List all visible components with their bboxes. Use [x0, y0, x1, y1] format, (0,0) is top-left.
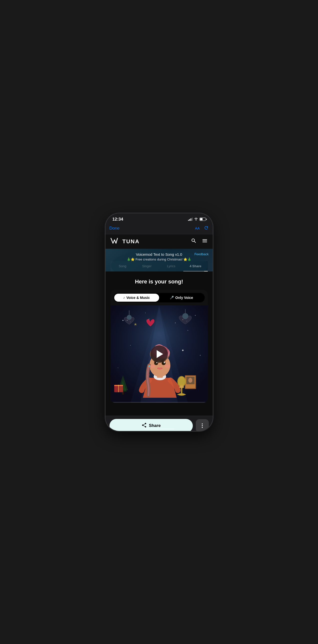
svg-point-16	[127, 315, 132, 320]
svg-point-19	[186, 321, 187, 322]
banner-title: Voicemod Text to Song v1.0	[110, 252, 208, 256]
more-dots-icon	[202, 424, 203, 428]
nav-icons	[191, 238, 208, 245]
svg-point-45	[155, 364, 155, 364]
status-icons	[188, 217, 206, 221]
music-note-icon: ♪	[123, 296, 125, 300]
share-arrow-icon	[141, 422, 147, 429]
svg-point-64	[177, 394, 186, 395]
svg-point-11	[175, 322, 176, 323]
done-button[interactable]: Done	[109, 226, 120, 231]
svg-point-4	[122, 320, 123, 321]
status-time: 12:34	[112, 217, 123, 222]
refresh-button[interactable]	[204, 225, 209, 232]
share-label: Share	[149, 423, 161, 428]
app-nav: TUNA	[105, 234, 213, 249]
svg-point-62	[179, 386, 184, 388]
svg-point-7	[187, 330, 188, 330]
player-card: ♪ Voice & Music 🎤 Only Voice	[110, 290, 208, 403]
section-title: Here is your song!	[110, 278, 208, 285]
logo: TUNA	[110, 237, 140, 246]
play-button[interactable]	[150, 345, 168, 363]
svg-point-10	[145, 313, 146, 313]
only-voice-label: Only Voice	[175, 296, 193, 300]
phone-frame: 12:34 Done AA	[105, 213, 213, 431]
only-voice-toggle[interactable]: 🎤 Only Voice	[159, 294, 204, 302]
home-indicator	[144, 428, 174, 430]
logo-icon	[110, 237, 121, 246]
svg-point-8	[118, 368, 118, 368]
more-options-button[interactable]	[196, 419, 209, 431]
menu-icon[interactable]	[202, 238, 208, 245]
signal-bars-icon	[188, 218, 193, 221]
svg-point-18	[182, 319, 183, 320]
svg-point-49	[149, 366, 150, 367]
svg-point-21	[182, 313, 188, 319]
svg-point-44	[164, 362, 165, 363]
svg-point-15	[130, 322, 131, 322]
banner-subtitle: 🎄⭐ Free creations during Christmas! ⭐🎄	[110, 258, 208, 261]
main-section: Here is your song! ♪ Voice & Music 🎤 Onl…	[105, 272, 213, 408]
song-artwork	[110, 306, 208, 403]
browser-controls: AA	[195, 225, 209, 232]
svg-point-47	[164, 364, 170, 368]
svg-point-5	[195, 315, 196, 316]
microphone-icon: 🎤	[170, 296, 174, 300]
battery-fill	[200, 218, 203, 220]
audio-toggle: ♪ Voice & Music 🎤 Only Voice	[113, 293, 205, 302]
svg-point-14	[127, 320, 128, 321]
svg-point-53	[188, 378, 192, 383]
status-bar: 12:34	[105, 213, 213, 224]
wifi-icon	[194, 217, 198, 221]
banner-title-version: v1.0	[175, 252, 182, 256]
feedback-button[interactable]: Feedback	[194, 252, 209, 256]
voice-music-label: Voice & Music	[126, 296, 150, 300]
logo-text: TUNA	[122, 238, 140, 245]
browser-chrome: Done AA	[105, 224, 213, 234]
battery-icon	[200, 218, 206, 221]
svg-point-6	[130, 345, 131, 346]
play-triangle-icon	[157, 350, 163, 358]
banner: Voicemod Text to Song v1.0 Feedback 🎄⭐ F…	[105, 249, 213, 272]
reader-aa-button[interactable]: AA	[195, 226, 200, 230]
svg-point-9	[200, 355, 201, 356]
voice-music-toggle[interactable]: ♪ Voice & Music	[114, 294, 159, 302]
progress-bar	[110, 402, 208, 403]
app-content: TUNA Voicemod Text to Song	[105, 234, 213, 416]
search-icon[interactable]	[191, 238, 197, 245]
banner-title-bold: Voicemod Text to Song	[136, 252, 174, 256]
